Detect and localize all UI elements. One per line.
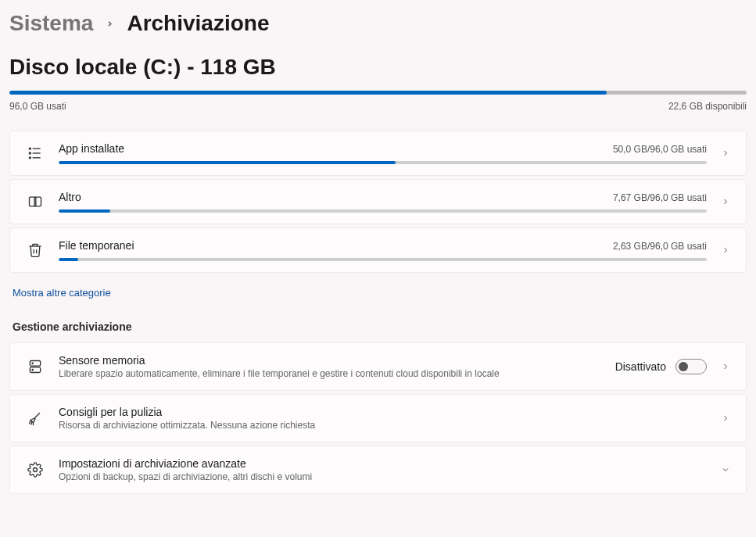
- disk-title: Disco locale (C:) - 118 GB: [9, 55, 747, 80]
- breadcrumb-current: Archiviazione: [127, 11, 269, 36]
- chevron-down-icon: [721, 465, 730, 474]
- advanced-sub: Opzioni di backup, spazi di archiviazion…: [59, 471, 707, 482]
- folder-icon: [26, 192, 45, 211]
- chevron-right-icon: [721, 413, 730, 423]
- storage-sense-row[interactable]: Sensore memoria Liberare spazio automati…: [9, 342, 747, 391]
- svg-rect-8: [30, 361, 40, 367]
- disk-used-label: 96,0 GB usati: [9, 101, 66, 112]
- disk-free-label: 22,6 GB disponibili: [668, 101, 747, 112]
- management-heading: Gestione archiviazione: [13, 320, 747, 333]
- advanced-storage-row[interactable]: Impostazioni di archiviazione avanzate O…: [9, 446, 747, 494]
- cleanup-tips-sub: Risorsa di archiviazione ottimizzata. Ne…: [59, 420, 707, 431]
- show-more-link[interactable]: Mostra altre categorie: [13, 287, 111, 299]
- category-bar-fill: [59, 209, 110, 213]
- disk-usage-labels: 96,0 GB usati 22,6 GB disponibili: [9, 101, 747, 112]
- svg-point-4: [29, 157, 30, 159]
- chevron-right-icon: [106, 20, 114, 28]
- apps-icon: [26, 144, 45, 163]
- svg-rect-9: [30, 367, 40, 373]
- storage-sense-toggle[interactable]: [675, 359, 707, 374]
- breadcrumb: Sistema Archiviazione: [9, 11, 747, 36]
- category-bar-fill: [59, 161, 396, 164]
- svg-point-2: [29, 152, 30, 154]
- category-usage: 50,0 GB/96,0 GB usati: [613, 144, 707, 155]
- chevron-right-icon: [721, 362, 730, 371]
- broom-icon: [26, 409, 45, 428]
- category-bar: [59, 161, 707, 164]
- chevron-right-icon: [721, 197, 730, 206]
- toggle-state-label: Disattivato: [615, 360, 666, 373]
- category-temp[interactable]: File temporanei 2,63 GB/96,0 GB usati: [9, 227, 747, 273]
- chevron-right-icon: [721, 149, 730, 158]
- category-title: File temporanei: [59, 239, 134, 252]
- category-bar-fill: [59, 258, 78, 261]
- storage-sense-sub: Liberare spazio automaticamente, elimina…: [59, 368, 615, 379]
- category-usage: 2,63 GB/96,0 GB usati: [613, 241, 707, 252]
- category-title: App installate: [59, 142, 124, 155]
- breadcrumb-root[interactable]: Sistema: [9, 11, 93, 36]
- storage-sense-title: Sensore memoria: [59, 354, 145, 367]
- trash-icon: [26, 241, 45, 260]
- category-usage: 7,67 GB/96,0 GB usati: [613, 192, 707, 203]
- gear-icon: [26, 460, 45, 479]
- disk-usage-bar: [9, 91, 747, 95]
- category-bar: [59, 209, 707, 213]
- advanced-title: Impostazioni di archiviazione avanzate: [59, 457, 246, 470]
- svg-point-11: [32, 370, 33, 371]
- svg-point-0: [29, 148, 30, 149]
- category-apps[interactable]: App installate 50,0 GB/96,0 GB usati: [9, 131, 747, 176]
- drive-icon: [26, 357, 45, 376]
- cleanup-tips-row[interactable]: Consigli per la pulizia Risorsa di archi…: [9, 394, 747, 442]
- svg-point-12: [34, 468, 38, 472]
- category-other[interactable]: Altro 7,67 GB/96,0 GB usati: [9, 179, 747, 224]
- disk-usage-bar-fill: [9, 91, 607, 95]
- category-bar: [59, 258, 707, 261]
- svg-point-10: [32, 363, 33, 363]
- cleanup-tips-title: Consigli per la pulizia: [59, 406, 162, 418]
- chevron-right-icon: [721, 245, 730, 255]
- category-title: Altro: [59, 191, 81, 203]
